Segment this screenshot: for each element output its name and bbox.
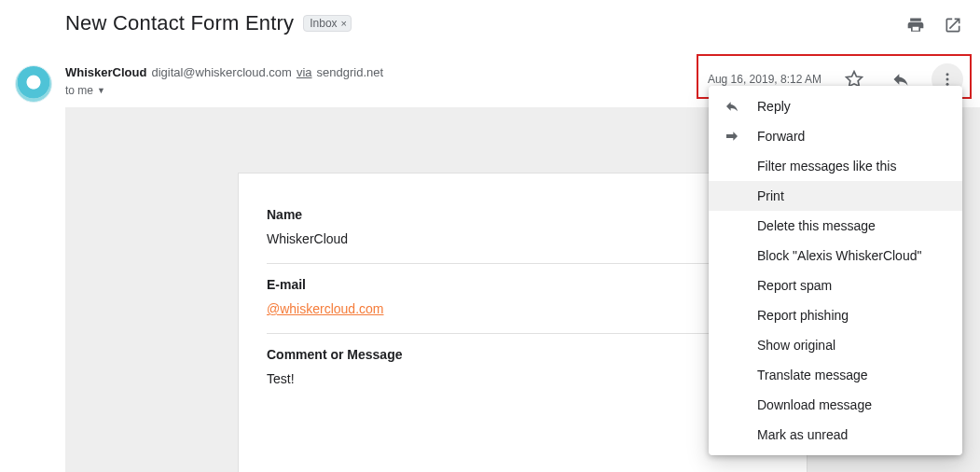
message-timestamp: Aug 16, 2019, 8:12 AM xyxy=(708,73,823,86)
field-email-label: E-mail xyxy=(267,277,779,292)
field-comment-value: Test! xyxy=(267,371,779,386)
via-domain: sendgrid.net xyxy=(317,65,384,79)
sender-name: WhiskerCloud xyxy=(65,65,146,79)
reply-icon xyxy=(724,99,740,114)
menu-item-block-alexis-whiskercloud[interactable]: Block "Alexis WhiskerCloud" xyxy=(709,241,962,271)
menu-item-label: Report phishing xyxy=(757,308,849,323)
menu-item-label: Translate message xyxy=(757,368,868,382)
menu-item-report-phishing[interactable]: Report phishing xyxy=(709,300,962,330)
recipient-summary-text: to me xyxy=(65,84,93,97)
recipient-toggle[interactable]: to me ▼ xyxy=(65,84,105,97)
chevron-down-icon: ▼ xyxy=(97,86,105,95)
menu-item-label: Download message xyxy=(757,397,872,412)
menu-item-filter-messages-like-this[interactable]: Filter messages like this xyxy=(709,151,962,181)
menu-item-label: Mark as unread xyxy=(757,427,848,442)
menu-item-label: Forward xyxy=(757,129,805,144)
sender-avatar xyxy=(15,65,52,103)
more-actions-menu: ReplyForwardFilter messages like thisPri… xyxy=(709,86,962,455)
menu-item-print[interactable]: Print xyxy=(709,181,962,211)
open-new-window-icon[interactable] xyxy=(943,15,963,35)
email-subject: New Contact Form Entry xyxy=(65,11,294,35)
print-all-icon[interactable] xyxy=(905,15,926,35)
label-chip-remove-icon[interactable]: × xyxy=(341,18,347,29)
svg-marker-0 xyxy=(847,72,863,87)
menu-item-label: Report spam xyxy=(757,278,832,293)
label-chip-inbox[interactable]: Inbox × xyxy=(303,15,352,32)
menu-item-report-spam[interactable]: Report spam xyxy=(709,271,962,300)
menu-item-label: Filter messages like this xyxy=(757,159,896,174)
menu-item-reply[interactable]: Reply xyxy=(709,91,962,121)
menu-item-forward[interactable]: Forward xyxy=(709,121,962,151)
sender-line: WhiskerCloud digital@whiskercloud.com vi… xyxy=(65,65,383,79)
svg-point-1 xyxy=(946,73,949,76)
menu-item-label: Block "Alexis WhiskerCloud" xyxy=(757,248,921,263)
menu-item-delete-this-message[interactable]: Delete this message xyxy=(709,211,962,241)
menu-item-label: Reply xyxy=(757,99,791,114)
menu-item-label: Show original xyxy=(757,338,835,353)
menu-item-label: Delete this message xyxy=(757,218,876,233)
field-email-link[interactable]: @whiskercloud.com xyxy=(267,301,779,316)
menu-item-translate-message[interactable]: Translate message xyxy=(709,360,962,390)
menu-item-download-message[interactable]: Download message xyxy=(709,390,962,420)
field-comment-label: Comment or Message xyxy=(267,347,779,362)
forward-icon xyxy=(724,129,740,144)
menu-item-label: Print xyxy=(757,188,784,203)
label-chip-text: Inbox xyxy=(310,17,337,30)
via-label: via xyxy=(297,65,312,79)
field-name-value: WhiskerCloud xyxy=(267,231,779,246)
menu-item-mark-as-unread[interactable]: Mark as unread xyxy=(709,420,962,450)
sender-email: digital@whiskercloud.com xyxy=(151,65,291,79)
svg-point-2 xyxy=(946,78,949,81)
field-name-label: Name xyxy=(267,207,779,222)
menu-item-show-original[interactable]: Show original xyxy=(709,330,962,360)
